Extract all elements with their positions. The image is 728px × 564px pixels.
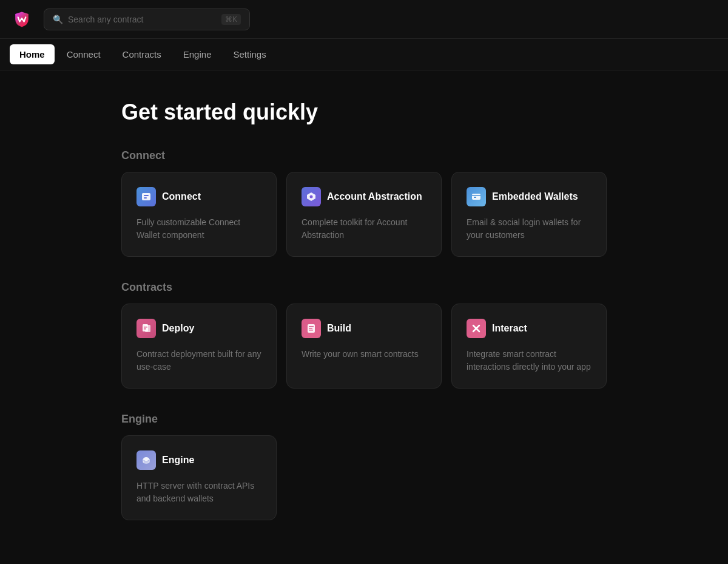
section-title-connect: Connect bbox=[121, 149, 607, 162]
card-title-abstraction: Account Abstraction bbox=[327, 191, 422, 202]
nav-item-engine[interactable]: Engine bbox=[174, 44, 221, 64]
navbar: Home Connect Contracts Engine Settings bbox=[0, 39, 728, 70]
wallets-icon bbox=[467, 187, 486, 206]
card-desc-connect: Fully customizable Connect Wallet compon… bbox=[136, 216, 261, 242]
card-title-deploy: Deploy bbox=[162, 323, 194, 334]
card-deploy[interactable]: Deploy Contract deployment built for any… bbox=[121, 304, 277, 389]
card-header-abstraction: Account Abstraction bbox=[302, 187, 426, 206]
nav-item-home[interactable]: Home bbox=[10, 44, 55, 64]
svg-rect-8 bbox=[144, 327, 147, 328]
main-content: Get started quickly Connect Connect Full… bbox=[0, 70, 728, 564]
card-desc-deploy: Contract deployment built for any use-ca… bbox=[136, 348, 261, 373]
card-desc-interact: Integrate smart contract interactions di… bbox=[467, 348, 592, 373]
engine-icon bbox=[136, 450, 156, 470]
card-title-build: Build bbox=[327, 323, 351, 334]
page-title: Get started quickly bbox=[121, 100, 607, 125]
card-header-deploy: Deploy bbox=[136, 319, 261, 338]
section-title-contracts: Contracts bbox=[121, 281, 607, 294]
svg-rect-2 bbox=[144, 197, 147, 199]
topbar: 🔍 ⌘K bbox=[0, 0, 728, 39]
connect-cards-grid: Connect Fully customizable Connect Walle… bbox=[121, 172, 607, 257]
svg-rect-4 bbox=[472, 194, 480, 200]
card-header-wallets: Embedded Wallets bbox=[467, 187, 592, 206]
card-desc-engine: HTTP server with contract APIs and backe… bbox=[136, 480, 261, 505]
card-interact[interactable]: Interact Integrate smart contract intera… bbox=[451, 304, 607, 389]
search-icon: 🔍 bbox=[53, 15, 63, 24]
card-header-build: Build bbox=[302, 319, 426, 338]
card-title-connect: Connect bbox=[162, 191, 201, 202]
connect-icon bbox=[136, 187, 156, 206]
search-bar[interactable]: 🔍 ⌘K bbox=[44, 8, 250, 30]
deploy-icon bbox=[136, 319, 156, 338]
section-connect: Connect Connect Fully customizable Conne… bbox=[121, 149, 607, 257]
svg-rect-1 bbox=[144, 195, 149, 196]
svg-rect-0 bbox=[142, 193, 150, 200]
svg-rect-9 bbox=[144, 328, 146, 330]
card-title-engine: Engine bbox=[162, 455, 194, 466]
svg-rect-13 bbox=[309, 330, 313, 331]
card-title-wallets: Embedded Wallets bbox=[492, 191, 578, 202]
card-title-interact: Interact bbox=[492, 323, 527, 334]
card-desc-build: Write your own smart contracts bbox=[302, 348, 426, 361]
nav-item-connect[interactable]: Connect bbox=[57, 44, 110, 64]
card-build[interactable]: Build Write your own smart contracts bbox=[286, 304, 442, 389]
card-header-connect: Connect bbox=[136, 187, 261, 206]
card-engine[interactable]: Engine HTTP server with contract APIs an… bbox=[121, 435, 277, 520]
card-account-abstraction[interactable]: Account Abstraction Complete toolkit for… bbox=[286, 172, 442, 257]
nav-item-contracts[interactable]: Contracts bbox=[113, 44, 171, 64]
svg-rect-11 bbox=[309, 326, 314, 327]
search-shortcut: ⌘K bbox=[221, 14, 241, 25]
contracts-cards-grid: Deploy Contract deployment built for any… bbox=[121, 304, 607, 389]
svg-point-3 bbox=[310, 195, 313, 199]
search-input[interactable] bbox=[68, 15, 217, 24]
section-contracts: Contracts Deploy Contract deployment bui… bbox=[121, 281, 607, 389]
build-icon bbox=[302, 319, 321, 338]
card-desc-wallets: Email & social login wallets for your cu… bbox=[467, 216, 592, 242]
engine-cards-grid: Engine HTTP server with contract APIs an… bbox=[121, 435, 607, 520]
svg-rect-12 bbox=[309, 328, 312, 329]
section-title-engine: Engine bbox=[121, 413, 607, 426]
abstraction-icon bbox=[302, 187, 321, 206]
card-embedded-wallets[interactable]: Embedded Wallets Email & social login wa… bbox=[451, 172, 607, 257]
interact-icon bbox=[467, 319, 486, 338]
svg-point-17 bbox=[143, 460, 149, 463]
card-header-engine: Engine bbox=[136, 450, 261, 470]
svg-rect-5 bbox=[474, 197, 476, 198]
nav-item-settings[interactable]: Settings bbox=[223, 44, 275, 64]
card-header-interact: Interact bbox=[467, 319, 592, 338]
logo bbox=[10, 7, 34, 32]
card-connect[interactable]: Connect Fully customizable Connect Walle… bbox=[121, 172, 277, 257]
section-engine: Engine Engine HTTP server with contract … bbox=[121, 413, 607, 520]
card-desc-abstraction: Complete toolkit for Account Abstraction bbox=[302, 216, 426, 242]
